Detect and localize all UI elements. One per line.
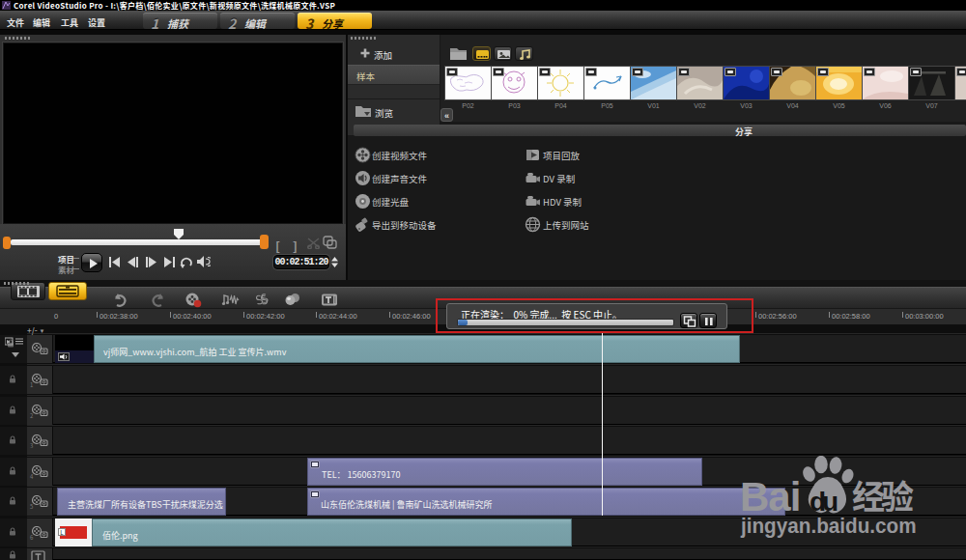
svg-text:du: du [810,487,838,517]
